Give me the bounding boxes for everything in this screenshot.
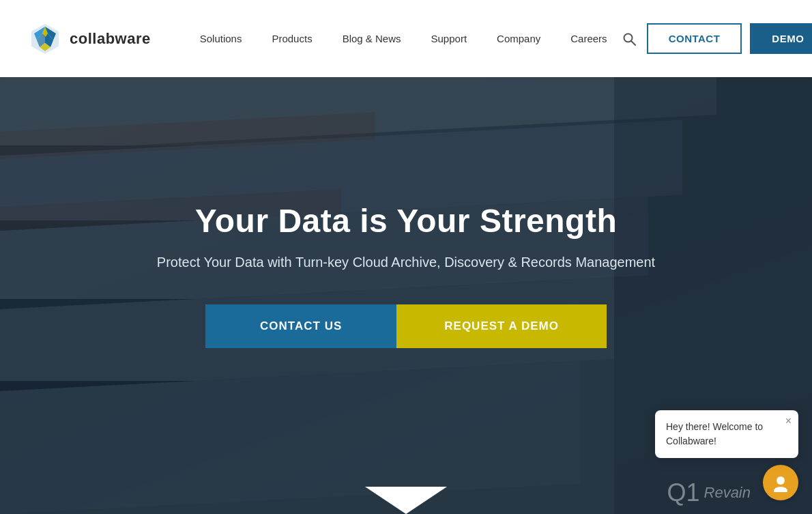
chat-avatar-button[interactable] — [763, 465, 798, 500]
hero-scroll-arrow — [365, 487, 447, 514]
chat-close-button[interactable]: × — [785, 416, 792, 427]
logo-icon — [27, 21, 63, 57]
header: collabware Solutions Products Blog & New… — [0, 0, 812, 77]
hero-buttons: CONTACT US REQUEST A DEMO — [205, 304, 607, 348]
search-icon[interactable] — [622, 27, 636, 51]
svg-point-22 — [777, 476, 785, 485]
svg-point-23 — [774, 487, 787, 492]
nav-blog-news[interactable]: Blog & News — [328, 0, 416, 77]
svg-line-8 — [631, 41, 635, 45]
nav-solutions[interactable]: Solutions — [185, 0, 257, 77]
nav-products[interactable]: Products — [257, 0, 327, 77]
hero-title: Your Data is Your Strength — [195, 202, 617, 240]
demo-button[interactable]: DEMO — [750, 23, 812, 54]
nav-support[interactable]: Support — [416, 0, 482, 77]
chat-widget: × Hey there! Welcome to Collabware! — [655, 410, 798, 500]
hero-subtitle: Protect Your Data with Turn-key Cloud Ar… — [157, 255, 655, 270]
logo-link[interactable]: collabware — [27, 21, 151, 57]
chat-welcome-message: Hey there! Welcome to Collabware! — [666, 420, 787, 448]
nav-company[interactable]: Company — [482, 0, 555, 77]
logo-text: collabware — [70, 30, 151, 48]
hero-request-demo-button[interactable]: REQUEST A DEMO — [396, 304, 607, 348]
svg-point-7 — [624, 33, 632, 42]
nav-careers[interactable]: Careers — [555, 0, 622, 77]
hero-content: Your Data is Your Strength Protect Your … — [157, 202, 655, 389]
hero-contact-us-button[interactable]: CONTACT US — [205, 304, 396, 348]
chat-bubble: × Hey there! Welcome to Collabware! — [655, 410, 798, 458]
main-nav: Solutions Products Blog & News Support C… — [185, 0, 622, 77]
chat-icon — [771, 473, 790, 492]
contact-button[interactable]: CONTACT — [647, 23, 742, 54]
